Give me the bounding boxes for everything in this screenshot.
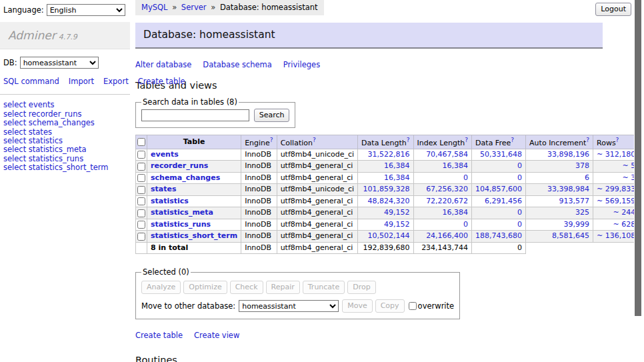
rows-cell: ~ 3	[593, 172, 639, 184]
scrollbar-thumb[interactable]	[635, 0, 641, 316]
move-button[interactable]: Move	[342, 299, 373, 313]
index-length-link[interactable]: 72,220,672	[426, 197, 468, 205]
table-name-link[interactable]: states	[151, 185, 177, 193]
search-button[interactable]: Search	[254, 109, 290, 122]
data-free-link[interactable]: 104,857,600	[475, 185, 522, 193]
overwrite-checkbox[interactable]	[409, 302, 417, 310]
column-help-link[interactable]: ?	[407, 137, 410, 143]
row-checkbox[interactable]	[137, 221, 145, 229]
analyze-button[interactable]: Analyze	[141, 281, 181, 294]
table-select-link[interactable]: select statistics	[3, 137, 127, 145]
drop-button[interactable]: Drop	[347, 281, 375, 294]
scrollbar-track[interactable]	[634, 0, 644, 362]
table-name-link[interactable]: schema_changes	[151, 173, 220, 182]
data-free-link[interactable]: 0	[517, 161, 522, 170]
index-length-link[interactable]: 67,256,320	[426, 185, 468, 193]
table-name-link[interactable]: statistics	[151, 197, 189, 205]
table-name-link[interactable]: events	[151, 150, 179, 159]
select-all-checkbox[interactable]	[137, 138, 145, 146]
data-length-link[interactable]: 49,152	[384, 220, 410, 229]
menu-link[interactable]: SQL command	[3, 77, 59, 86]
table-select-link[interactable]: select events	[3, 101, 127, 109]
index-length-link[interactable]: 24,166,400	[426, 231, 468, 240]
index-length-link[interactable]: 0	[463, 220, 468, 229]
repair-button[interactable]: Repair	[266, 281, 300, 294]
create-link[interactable]: Create table	[135, 331, 183, 340]
rows-link[interactable]: ~ 312,180	[597, 150, 635, 159]
row-checkbox[interactable]	[137, 174, 145, 182]
db-select[interactable]: homeassistant	[20, 57, 99, 69]
data-length-link[interactable]: 16,384	[384, 161, 410, 170]
breadcrumb-item[interactable]: MySQL	[141, 3, 168, 12]
data-free-link[interactable]: 188,743,680	[475, 231, 522, 240]
column-help-link[interactable]: ?	[465, 137, 468, 143]
auto-increment-cell: 325	[526, 207, 593, 219]
rows-link[interactable]: ~ 244	[613, 208, 635, 217]
table-name-link[interactable]: statistics_meta	[151, 208, 213, 217]
rows-link[interactable]: ~ 299,833	[597, 185, 635, 193]
data-length-link[interactable]: 31,522,816	[368, 150, 410, 159]
column-help-link[interactable]: ?	[270, 137, 273, 143]
row-checkbox[interactable]	[137, 151, 145, 159]
menu-link[interactable]: Export	[103, 77, 129, 86]
breadcrumb-item[interactable]: Server	[181, 3, 207, 12]
column-help-link[interactable]: ?	[511, 137, 514, 143]
truncate-button[interactable]: Truncate	[303, 281, 345, 294]
table-select-link[interactable]: select recorder_runs	[3, 110, 127, 119]
table-name-link[interactable]: statistics_short_term	[151, 231, 237, 240]
copy-button[interactable]: Copy	[375, 299, 405, 313]
data-length-link[interactable]: 101,859,328	[363, 185, 410, 193]
check-button[interactable]: Check	[230, 281, 263, 294]
language-select[interactable]: English	[47, 4, 125, 16]
table-name-link[interactable]: recorder_runs	[151, 161, 208, 170]
index-length-link[interactable]: 0	[463, 173, 468, 182]
database-action-link[interactable]: Database schema	[203, 60, 271, 69]
auto-increment-link[interactable]: 8,581,645	[552, 231, 589, 240]
row-checkbox[interactable]	[137, 233, 145, 241]
auto-increment-link[interactable]: 6	[585, 173, 589, 182]
auto-increment-link[interactable]: 325	[575, 208, 589, 217]
column-help-link[interactable]: ?	[616, 137, 619, 143]
data-length-link[interactable]: 16,384	[384, 173, 410, 182]
index-length-link[interactable]: 16,384	[443, 208, 469, 217]
auto-increment-link[interactable]: 33,898,196	[547, 150, 589, 159]
column-help-link[interactable]: ?	[586, 137, 589, 143]
menu-link[interactable]: Import	[69, 77, 94, 86]
index-length-link[interactable]: 16,384	[443, 161, 469, 170]
column-help-link[interactable]: ?	[313, 137, 316, 143]
auto-increment-link[interactable]: 33,398,984	[547, 185, 589, 193]
data-free-link[interactable]: 6,291,456	[485, 197, 522, 205]
data-length-link[interactable]: 49,152	[384, 208, 410, 217]
logout-button[interactable]: Logout	[595, 3, 631, 16]
table-name-link[interactable]: statistics_runs	[151, 220, 211, 229]
table-select-link[interactable]: select schema_changes	[3, 119, 127, 127]
rows-link[interactable]: ~ 628	[613, 220, 635, 229]
table-select-link[interactable]: select states	[3, 128, 127, 137]
create-link[interactable]: Create view	[194, 331, 239, 340]
search-input[interactable]	[141, 109, 249, 121]
move-db-select[interactable]: homeassistant	[239, 300, 339, 312]
data-free-link[interactable]: 0	[517, 173, 522, 182]
row-checkbox[interactable]	[137, 209, 145, 217]
table-select-link[interactable]: select statistics_meta	[3, 145, 127, 154]
database-action-link[interactable]: Privileges	[283, 60, 320, 69]
menu-link[interactable]: Create table	[138, 77, 185, 86]
index-length-link[interactable]: 70,467,584	[426, 150, 468, 159]
table-select-link[interactable]: select statistics_short_term	[3, 163, 127, 172]
rows-link[interactable]: ~ 136,108	[597, 231, 635, 240]
data-free-link[interactable]: 50,331,648	[480, 150, 522, 159]
data-length-link[interactable]: 10,502,144	[368, 231, 410, 240]
database-action-link[interactable]: Alter database	[135, 60, 191, 69]
row-checkbox[interactable]	[137, 186, 145, 194]
auto-increment-link[interactable]: 378	[575, 161, 589, 170]
data-length-link[interactable]: 48,824,320	[368, 197, 410, 205]
optimize-button[interactable]: Optimize	[183, 281, 227, 294]
data-free-link[interactable]: 0	[517, 220, 522, 229]
row-checkbox[interactable]	[137, 163, 145, 171]
row-checkbox[interactable]	[137, 197, 145, 205]
table-select-link[interactable]: select statistics_runs	[3, 155, 127, 163]
rows-link[interactable]: ~ 569,159	[597, 197, 635, 205]
data-free-link[interactable]: 0	[517, 208, 522, 217]
auto-increment-link[interactable]: 39,999	[564, 220, 590, 229]
auto-increment-link[interactable]: 913,577	[559, 197, 590, 205]
